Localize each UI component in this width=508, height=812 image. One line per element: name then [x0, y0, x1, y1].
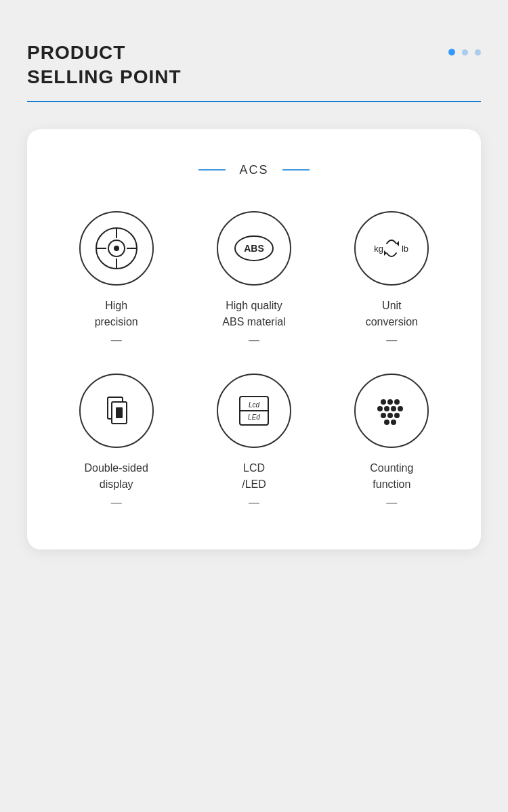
svg-text:LEd: LEd	[248, 413, 260, 421]
svg-text:ABS: ABS	[244, 243, 264, 254]
header-section: PRODUCT SELLING POINT	[27, 41, 481, 90]
svg-point-23	[377, 406, 383, 411]
page-title: PRODUCT SELLING POINT	[27, 41, 182, 90]
svg-point-31	[391, 420, 396, 425]
acs-header: ACS	[54, 163, 454, 177]
svg-point-25	[391, 406, 396, 411]
dot-3[interactable]	[475, 49, 481, 55]
features-grid: High precision — ABS High quality	[54, 211, 454, 509]
svg-text:Lcd: Lcd	[249, 401, 260, 409]
svg-point-26	[398, 406, 403, 411]
svg-point-22	[394, 399, 400, 405]
feature-dash-lcd: —	[249, 497, 259, 509]
svg-marker-12	[384, 250, 387, 256]
svg-point-28	[387, 413, 393, 418]
double-sided-icon	[93, 387, 140, 434]
svg-point-2	[114, 246, 119, 251]
feature-name-lcd: LCD /LED	[242, 460, 266, 493]
counting-icon	[368, 387, 415, 434]
feature-name-counting: Counting function	[370, 460, 413, 493]
acs-line-left	[198, 169, 226, 171]
svg-point-24	[384, 406, 389, 411]
feature-name-unit: Unit conversion	[366, 298, 418, 330]
abs-icon: ABS	[230, 225, 278, 272]
feature-name-abs: High quality ABS material	[222, 298, 285, 330]
lcd-icon: Lcd LEd	[230, 387, 278, 434]
acs-label: ACS	[239, 163, 268, 177]
feature-dash-unit: —	[386, 334, 397, 346]
divider-line	[27, 101, 481, 102]
svg-point-27	[381, 413, 386, 418]
feature-abs-material: ABS High quality ABS material —	[192, 211, 316, 346]
svg-point-21	[387, 399, 393, 405]
icon-circle-counting	[354, 374, 429, 448]
svg-point-20	[381, 399, 386, 405]
feature-dash-double: —	[111, 497, 122, 509]
unit-icon: kg lb	[368, 225, 415, 272]
svg-text:lb: lb	[402, 244, 408, 254]
svg-rect-15	[116, 407, 123, 418]
svg-marker-11	[396, 241, 399, 246]
icon-circle-abs: ABS	[217, 211, 291, 286]
dot-1[interactable]	[448, 49, 455, 55]
icon-circle-double	[79, 374, 154, 448]
feature-dash-abs: —	[249, 334, 259, 346]
feature-dash-counting: —	[386, 497, 397, 509]
precision-icon	[93, 225, 140, 272]
icon-circle-unit: kg lb	[354, 211, 429, 286]
svg-point-29	[394, 413, 400, 418]
feature-lcd-led: Lcd LEd LCD /LED —	[192, 374, 316, 509]
feature-high-precision: High precision —	[54, 211, 178, 346]
pagination-dots	[448, 41, 481, 55]
feature-name-double: Double-sided display	[85, 460, 148, 493]
feature-name-precision: High precision	[95, 298, 138, 330]
product-card: ACS	[27, 129, 481, 549]
svg-text:kg: kg	[374, 244, 383, 254]
icon-circle-lcd: Lcd LEd	[217, 374, 291, 448]
svg-point-30	[384, 420, 389, 425]
feature-unit-conversion: kg lb Unit conversion —	[330, 211, 454, 346]
icon-circle-high-precision	[79, 211, 154, 286]
feature-counting: Counting function —	[330, 374, 454, 509]
feature-double-sided: Double-sided display —	[54, 374, 178, 509]
dot-2[interactable]	[462, 49, 468, 55]
feature-dash-precision: —	[111, 334, 122, 346]
acs-line-right	[282, 169, 310, 171]
page-container: PRODUCT SELLING POINT ACS	[0, 0, 508, 812]
